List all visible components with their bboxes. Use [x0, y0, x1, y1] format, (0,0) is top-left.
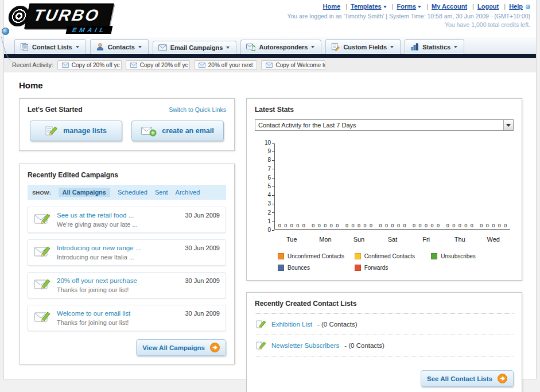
recent-activity-item[interactable]: 20% off your next — [194, 60, 258, 70]
nav-tab-email-campaigns[interactable]: Email Campaigns — [153, 41, 237, 54]
my-account-link[interactable]: My Account — [432, 3, 467, 10]
bar-value-labels: 0 0 0 0 0 — [342, 223, 376, 228]
x-tick-label: Fri — [409, 236, 443, 243]
y-tick-label: 5 — [267, 184, 274, 189]
recent-activity-item[interactable]: Copy of 20% off yc — [57, 60, 122, 70]
legend-label: Unconfirmed Contacts — [288, 253, 344, 259]
legend-swatch — [431, 253, 437, 259]
help-dot-icon — [526, 5, 530, 9]
app-window: TURBO EMAIL Home Templates Forms My Acco… — [3, 0, 537, 379]
nav-tab-autoresponders[interactable]: Autoresponders — [240, 40, 321, 54]
select-dropdown-button[interactable] — [503, 120, 513, 130]
contact-list-count: - (0 Contacts) — [317, 321, 358, 328]
stats-period-value: Contact Activity for the Last 7 Days — [258, 122, 356, 129]
campaign-subtitle: Introducing our new Italia ... — [57, 254, 179, 261]
nav-tab-contacts[interactable]: Contacts — [90, 39, 149, 54]
chart-plot-area: 0 0 0 0 00 0 0 0 00 0 0 0 00 0 0 0 00 0 … — [274, 143, 510, 230]
custom-fields-icon — [331, 42, 340, 51]
legend-swatch — [278, 265, 284, 271]
chevron-down-icon — [138, 46, 142, 48]
templates-menu[interactable]: Templates — [351, 3, 382, 10]
help-link[interactable]: Help — [509, 3, 523, 10]
contact-list-link[interactable]: Exhibition List — [271, 321, 312, 328]
campaign-date: 30 Jun 2009 — [185, 212, 220, 219]
latest-stats-panel: Latest Stats Contact Activity for the La… — [246, 98, 522, 281]
forms-menu[interactable]: Forms — [397, 3, 417, 10]
legend-label: Bounces — [288, 265, 310, 271]
campaign-subtitle: Thanks for joining our list! — [57, 319, 179, 326]
nav-tab-statistics[interactable]: Statistics — [405, 39, 464, 54]
nav-tab-contact-lists[interactable]: Contact Lists — [14, 39, 86, 54]
campaign-title-link[interactable]: Welcome to our email list — [57, 310, 130, 317]
view-all-campaigns-button[interactable]: View All Campaigns — [136, 339, 226, 356]
pencil-paper-icon — [256, 340, 266, 351]
home-link[interactable]: Home — [323, 3, 341, 10]
recent-campaigns-title: Recently Edited Campaigns — [28, 171, 226, 179]
legend-swatch — [278, 253, 284, 259]
campaign-date: 30 Jun 2009 — [185, 244, 220, 251]
legend-label: Unsubscribes — [441, 253, 476, 259]
recent-activity-text: Copy of Welcome tc — [275, 62, 325, 68]
chevron-down-icon — [454, 46, 457, 48]
email-icon — [266, 63, 273, 68]
main-nav: Contact Lists Contacts Email Campaigns A… — [4, 37, 536, 54]
bar-value-labels: 0 0 0 0 0 — [443, 223, 477, 228]
filter-sent[interactable]: Sent — [155, 189, 168, 196]
campaign-title-link[interactable]: Introducing our new range ... — [57, 244, 141, 251]
latest-stats-title: Latest Stats — [255, 106, 514, 114]
chevron-down-icon — [390, 46, 394, 48]
nav-tab-label: Statistics — [422, 44, 450, 51]
campaign-row: See us at the retail food ... We're givi… — [28, 207, 226, 233]
campaign-date: 30 Jun 2009 — [185, 277, 220, 284]
campaign-edit-icon — [34, 212, 51, 226]
campaign-title-link[interactable]: See us at the retail food ... — [57, 212, 134, 219]
nav-tab-label: Contacts — [108, 44, 135, 51]
y-tick-label: 10 — [265, 140, 274, 146]
recent-contact-lists-panel: Recently Created Contact Lists Exhibitio… — [246, 292, 522, 392]
contact-activity-chart: 109876543210 0 0 0 0 00 0 0 0 00 0 0 0 0… — [258, 143, 510, 271]
get-started-panel: Let's Get Started Switch to Quick Links … — [19, 98, 235, 151]
header: TURBO EMAIL Home Templates Forms My Acco… — [4, 0, 536, 37]
see-all-contact-lists-button[interactable]: See All Contact Lists — [421, 370, 514, 387]
legend-item: Unsubscribes — [431, 253, 508, 259]
recent-contact-lists-title: Recently Created Contact Lists — [255, 300, 514, 308]
campaign-title-link[interactable]: 20% off your next purchase — [57, 277, 137, 284]
statistics-icon — [410, 42, 419, 51]
filter-scheduled[interactable]: Scheduled — [118, 189, 147, 196]
logout-link[interactable]: Logout — [477, 3, 499, 10]
manage-lists-button[interactable]: manage lists — [30, 121, 122, 141]
y-tick-label: 2 — [267, 210, 274, 216]
legend-item: Bounces — [278, 265, 355, 271]
create-email-button[interactable]: create an email — [131, 121, 224, 141]
x-tick-label: Sat — [376, 236, 410, 243]
y-tick-label: 1 — [267, 219, 274, 224]
nav-divider-bar — [4, 54, 536, 58]
top-links: Home Templates Forms My Account Logout H… — [287, 3, 530, 10]
y-tick-label: 0 — [267, 227, 274, 233]
recent-activity-item[interactable]: Copy of 20% off yc — [126, 60, 190, 70]
campaign-edit-icon — [34, 277, 51, 291]
contact-lists: Exhibition List - (0 Contacts) Newslette… — [255, 313, 514, 356]
chart-y-axis: 109876543210 — [258, 140, 274, 233]
pencil-paper-icon — [45, 126, 58, 136]
chevron-down-icon — [311, 46, 314, 48]
stats-period-select[interactable]: Contact Activity for the Last 7 Days — [255, 119, 514, 131]
contact-list-link[interactable]: Newsletter Subscribers — [271, 342, 339, 349]
email-campaigns-icon — [158, 44, 167, 51]
recent-activity-text: Copy of 20% off yc — [72, 62, 120, 68]
logo-email: EMAIL — [66, 26, 113, 34]
legend-item: Confirmed Contacts — [355, 253, 432, 259]
arrow-right-icon — [210, 343, 220, 352]
y-tick-label: 4 — [267, 192, 274, 198]
filter-archived[interactable]: Archived — [176, 189, 200, 196]
nav-tab-label: Email Campaigns — [170, 44, 223, 51]
chart-legend: Unconfirmed ContactsConfirmed ContactsUn… — [278, 253, 510, 271]
campaign-date: 30 Jun 2009 — [185, 310, 220, 317]
x-tick-label: Mon — [309, 236, 343, 243]
recent-activity-item[interactable]: Copy of Welcome tc — [261, 60, 325, 70]
switch-quick-links[interactable]: Switch to Quick Links — [169, 106, 226, 113]
nav-tab-custom-fields[interactable]: Custom Fields — [325, 39, 401, 54]
show-label: SHOW: — [32, 189, 51, 196]
filter-all-campaigns[interactable]: All Campaigns — [59, 188, 110, 197]
login-info: You are logged in as 'Timothy Smith' | S… — [287, 13, 530, 20]
